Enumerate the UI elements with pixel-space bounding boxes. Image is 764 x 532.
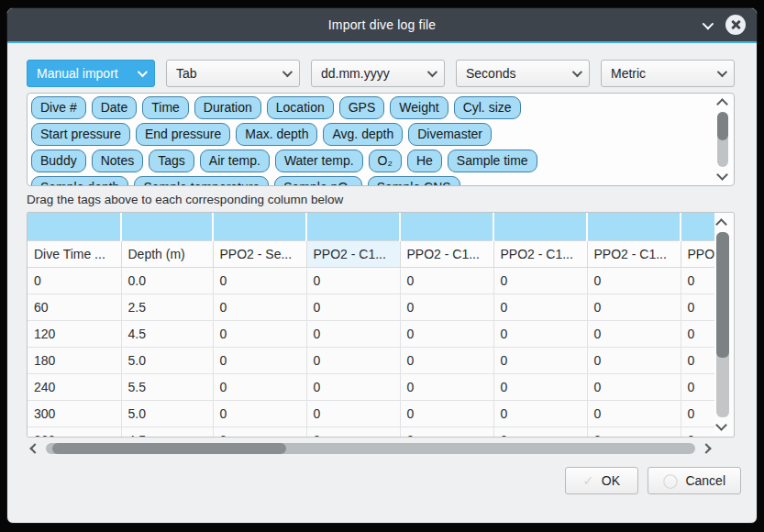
table-row: 1204.5000000 (28, 320, 714, 347)
table-cell: 0 (306, 400, 400, 427)
scroll-down-icon[interactable] (716, 169, 728, 181)
column-header: PPO2 - C1... (306, 240, 400, 267)
tag-pill[interactable]: Duration (194, 96, 261, 119)
table-cell: 0 (213, 400, 306, 427)
drop-target-cell[interactable] (400, 213, 493, 240)
import-preview: Dive Time ...Depth (m)PPO2 - Se...PPO2 -… (27, 212, 735, 438)
scrollbar-track[interactable] (716, 232, 729, 417)
scroll-right-icon[interactable] (701, 443, 711, 453)
drop-target-cell[interactable] (121, 213, 213, 240)
tag-pill[interactable]: Dive # (31, 96, 86, 119)
import-options-row: Manual import Tab dd.mm.yyyy Seconds Met… (27, 60, 735, 87)
column-header: PPO2 - C1... (587, 240, 681, 267)
units-select[interactable]: Metric (601, 60, 735, 87)
duration-format-select[interactable]: Seconds (456, 60, 590, 87)
table-cell: 0 (493, 320, 587, 347)
table-vertical-scrollbar[interactable] (714, 216, 732, 434)
table-cell: 0 (213, 320, 306, 347)
table-clip: Dive Time ...Depth (m)PPO2 - Se...PPO2 -… (28, 213, 714, 437)
tag-pill[interactable]: Date (92, 96, 138, 119)
import-source-value: Manual import (37, 66, 138, 81)
scrollbar-thumb[interactable] (52, 443, 286, 454)
tag-pill[interactable]: Weight (390, 96, 448, 119)
tag-pill[interactable]: Sample temperature (134, 176, 269, 185)
scrollbar-thumb[interactable] (717, 112, 728, 140)
table-cell: 0 (306, 294, 400, 320)
import-source-select[interactable]: Manual import (27, 60, 155, 87)
field-separator-select[interactable]: Tab (166, 60, 300, 87)
drop-target-cell[interactable] (306, 213, 400, 240)
scrollbar-thumb[interactable] (716, 232, 729, 358)
ok-check-icon: ✓ (582, 472, 594, 489)
cancel-button-label: Cancel (685, 473, 725, 488)
table-cell: 4.5 (121, 427, 213, 437)
table-cell: 0 (306, 427, 400, 437)
table-cell: 0 (681, 294, 714, 320)
tag-pill[interactable]: O₂ (369, 150, 402, 172)
tag-pill[interactable]: Air temp. (200, 150, 270, 172)
tag-pool-scrollbar[interactable] (714, 95, 731, 183)
scrollbar-track[interactable] (717, 112, 728, 167)
titlebar[interactable]: Import dive log file (7, 8, 757, 41)
table-cell: 0 (587, 294, 681, 320)
table-cell: 0 (28, 267, 121, 294)
table-cell: 0 (681, 373, 714, 400)
table-row: 3005.0000000 (28, 400, 714, 427)
tag-pill[interactable]: Buddy (31, 150, 86, 172)
tag-pill[interactable]: Notes (92, 150, 144, 172)
tag-rows: Dive #DateTimeDurationLocationGPSWeightC… (31, 96, 710, 185)
tag-pill[interactable]: Water temp. (275, 150, 363, 172)
drag-hint-label: Drag the tags above to each correspondin… (27, 193, 735, 206)
table-cell: 0 (681, 267, 714, 294)
tag-pill[interactable]: Sample time (448, 150, 537, 172)
titlebar-collapse-icon[interactable] (703, 17, 714, 29)
scroll-up-icon[interactable] (716, 98, 728, 110)
tag-pill[interactable]: Cyl. size (454, 96, 521, 119)
close-button[interactable] (725, 15, 746, 35)
table-horizontal-scrollbar[interactable] (31, 442, 710, 455)
tag-pill[interactable]: Avg. depth (323, 123, 403, 146)
drop-target-cell[interactable] (681, 213, 714, 240)
column-header: PPO2 - C1... (400, 240, 493, 267)
date-format-select[interactable]: dd.mm.yyyy (311, 60, 445, 87)
tag-row: Dive #DateTimeDurationLocationGPSWeightC… (31, 96, 710, 119)
cancel-button[interactable]: ◯ Cancel (648, 467, 741, 494)
tag-pill[interactable]: GPS (339, 96, 385, 119)
dialog-content: Manual import Tab dd.mm.yyyy Seconds Met… (7, 43, 758, 494)
tag-pill[interactable]: He (407, 150, 442, 172)
header-row: Dive Time ...Depth (m)PPO2 - Se...PPO2 -… (28, 240, 714, 267)
tag-pill[interactable]: Sample CNS (368, 176, 460, 185)
drop-target-cell[interactable] (587, 213, 681, 240)
cancel-circle-icon: ◯ (663, 472, 679, 489)
tag-pill[interactable]: Sample pO₂ (274, 176, 361, 185)
scrollbar-track[interactable] (46, 443, 695, 454)
table-cell: 0 (681, 347, 714, 373)
close-icon (730, 19, 741, 30)
tag-pill[interactable]: End pressure (136, 123, 230, 146)
table-cell: 0 (587, 400, 681, 427)
scroll-down-icon[interactable] (715, 419, 727, 431)
tag-pill[interactable]: Start pressure (31, 123, 130, 146)
drop-target-cell[interactable] (493, 213, 587, 240)
ok-button-label: OK (602, 473, 620, 488)
table-cell: 0 (400, 427, 493, 437)
tag-pill[interactable]: Tags (149, 150, 194, 172)
ok-button[interactable]: ✓ OK (565, 467, 638, 494)
tag-pill[interactable]: Max. depth (236, 123, 317, 146)
scroll-up-icon[interactable] (715, 218, 727, 230)
tag-pill[interactable]: Time (142, 96, 189, 119)
table-cell: 0 (493, 427, 587, 437)
chevron-down-icon (427, 67, 437, 77)
table-cell: 0 (493, 400, 587, 427)
table-cell: 0 (213, 294, 306, 320)
table-cell: 2.5 (121, 294, 213, 320)
drop-target-cell[interactable] (28, 213, 121, 240)
tag-pill[interactable]: Sample depth (31, 176, 128, 185)
scroll-left-icon[interactable] (29, 443, 39, 453)
preview-table: Dive Time ...Depth (m)PPO2 - Se...PPO2 -… (28, 213, 714, 437)
tag-pill[interactable]: Divemaster (408, 123, 492, 146)
drop-target-cell[interactable] (213, 213, 306, 240)
tag-pill[interactable]: Location (267, 96, 334, 119)
import-dive-log-dialog: Import dive log file Manual import Tab d… (6, 7, 758, 524)
table-cell: 0 (306, 373, 400, 400)
